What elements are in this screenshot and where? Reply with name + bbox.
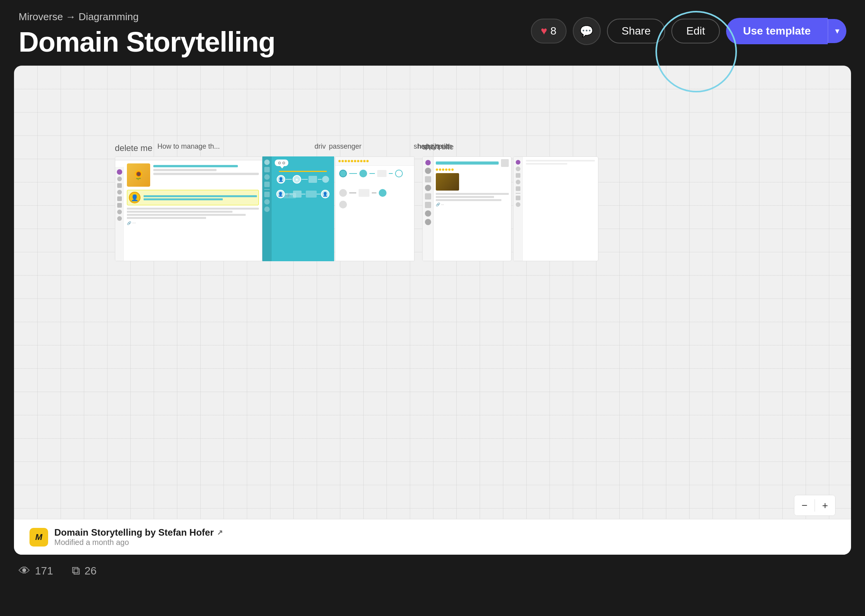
node-4 bbox=[322, 176, 329, 183]
ext-icon-5 bbox=[516, 193, 520, 194]
ext-icon-3 bbox=[516, 180, 520, 184]
rt-icon-3 bbox=[425, 185, 431, 191]
comment-button[interactable]: 💬 bbox=[573, 17, 601, 45]
center-toolbar bbox=[262, 156, 272, 261]
diag-node-6 bbox=[359, 189, 369, 197]
external-link-icon[interactable]: ↗ bbox=[217, 528, 223, 537]
line-3 bbox=[153, 173, 259, 175]
frame-left-label: How to manage th... bbox=[115, 142, 262, 151]
copies-stat: ⧉ 26 bbox=[72, 564, 97, 578]
board-info: M Domain Storytelling by Stefan Hofer ↗ … bbox=[29, 527, 223, 547]
use-template-dropdown[interactable]: ▾ bbox=[828, 19, 846, 43]
right-image bbox=[436, 173, 459, 191]
canvas-grid bbox=[14, 66, 851, 555]
ext-icon-person bbox=[516, 160, 520, 165]
edit-button[interactable]: Edit bbox=[671, 19, 719, 43]
frame-left-title bbox=[115, 157, 262, 160]
heart-icon: ♥ bbox=[541, 25, 548, 37]
ct-icon-8 bbox=[264, 206, 270, 212]
diag-row-1 bbox=[339, 170, 410, 177]
rdot-5 bbox=[448, 168, 451, 171]
zoom-in-button[interactable]: + bbox=[815, 495, 835, 515]
gray-line-2 bbox=[127, 211, 232, 213]
diag-node-4 bbox=[395, 170, 403, 177]
ext-icon-4 bbox=[516, 186, 520, 191]
frames-row: 🌻 👤 bbox=[115, 156, 598, 261]
dot-1 bbox=[338, 160, 341, 162]
footer-stats: 👁 171 ⧉ 26 bbox=[0, 555, 865, 587]
lt-icon-2 bbox=[117, 183, 122, 188]
ct-icon-3 bbox=[264, 174, 270, 180]
frame-right: 🔗 ··· bbox=[422, 156, 511, 261]
frames-container: How to manage th... driv passenger happy… bbox=[115, 156, 598, 261]
frame-text-lines bbox=[153, 165, 259, 187]
speech-bubble: ⊙ ⊙ bbox=[275, 160, 288, 166]
extra-toolbar bbox=[513, 157, 523, 261]
diag-node-8 bbox=[339, 201, 347, 208]
ct-icon-5 bbox=[264, 189, 270, 190]
connector-2 bbox=[302, 179, 308, 180]
lt-icon-7 bbox=[117, 216, 122, 221]
rt-icon-6 bbox=[425, 210, 431, 217]
rt-person bbox=[425, 160, 431, 165]
gray-line-4 bbox=[127, 217, 206, 219]
spacer bbox=[339, 181, 410, 189]
rdot-3 bbox=[442, 168, 444, 171]
dots-bar bbox=[335, 157, 414, 166]
ext-line-2 bbox=[526, 163, 567, 165]
node-1: 👤 bbox=[277, 175, 285, 184]
ct-icon-7 bbox=[264, 199, 270, 205]
diag-node-7 bbox=[379, 189, 387, 197]
diag-con-3 bbox=[389, 173, 393, 174]
ct-icon-4 bbox=[264, 182, 270, 187]
diag-con-4 bbox=[349, 193, 356, 193]
diag-row-3 bbox=[339, 201, 410, 208]
ext-line-1 bbox=[526, 160, 595, 161]
bottom-note: 🔗 ··· bbox=[283, 193, 296, 198]
canvas-wrapper[interactable]: delete me How to manage th... driv passe… bbox=[14, 66, 851, 555]
person-avatar: 👤 bbox=[129, 192, 140, 203]
rdot-4 bbox=[445, 168, 447, 171]
ct-icon-1 bbox=[264, 160, 270, 165]
views-icon: 👁 bbox=[19, 564, 30, 578]
copies-count: 26 bbox=[85, 565, 97, 577]
frame-left-inner: 🌻 👤 bbox=[124, 160, 262, 228]
dot-3 bbox=[345, 160, 347, 162]
views-count: 171 bbox=[35, 565, 53, 577]
rt-icon-4 bbox=[425, 193, 431, 200]
use-template-button[interactable]: Use template bbox=[726, 18, 828, 44]
rdot-1 bbox=[436, 168, 438, 171]
rt-icon-7 bbox=[425, 219, 431, 225]
dot-9 bbox=[363, 160, 366, 162]
connector-5 bbox=[302, 194, 305, 194]
teal-bar bbox=[436, 161, 499, 165]
flow-nodes-row: 👤 ● bbox=[275, 175, 331, 184]
likes-button[interactable]: ♥ 8 bbox=[531, 19, 567, 43]
right-top-bar bbox=[436, 159, 509, 167]
zoom-out-button[interactable]: − bbox=[794, 495, 815, 515]
center-right-frame bbox=[335, 156, 414, 261]
lt-icon-5 bbox=[117, 203, 122, 208]
center-left-content: ⊙ ⊙ 👤 ● bbox=[272, 156, 334, 201]
rt-icon-2 bbox=[425, 176, 431, 182]
ext-icon-1 bbox=[516, 167, 520, 171]
lt-icon-3 bbox=[117, 190, 122, 194]
connector-3 bbox=[318, 179, 322, 180]
right-bottom-label: 🔗 ··· bbox=[436, 203, 509, 206]
dot-4 bbox=[348, 160, 350, 162]
ext-icon-6 bbox=[516, 196, 520, 200]
diag-con-1 bbox=[349, 173, 357, 174]
share-button[interactable]: Share bbox=[607, 19, 666, 43]
use-template-group: Use template ▾ bbox=[726, 18, 846, 44]
flower-emoji: 🌻 bbox=[133, 170, 144, 180]
top-controls: ♥ 8 💬 Share Edit Use template ▾ bbox=[531, 17, 846, 45]
diag-con-2 bbox=[369, 173, 375, 174]
frame-left: 🌻 👤 bbox=[115, 156, 262, 261]
center-left-frame: ⊙ ⊙ 👤 ● bbox=[262, 156, 334, 261]
ext-icon-2 bbox=[516, 173, 520, 178]
left-toolbar bbox=[115, 167, 124, 261]
node-3 bbox=[309, 176, 317, 183]
ext-icon-7 bbox=[516, 202, 520, 207]
diag-node-5 bbox=[339, 189, 347, 197]
ct-icon-2 bbox=[264, 167, 270, 172]
